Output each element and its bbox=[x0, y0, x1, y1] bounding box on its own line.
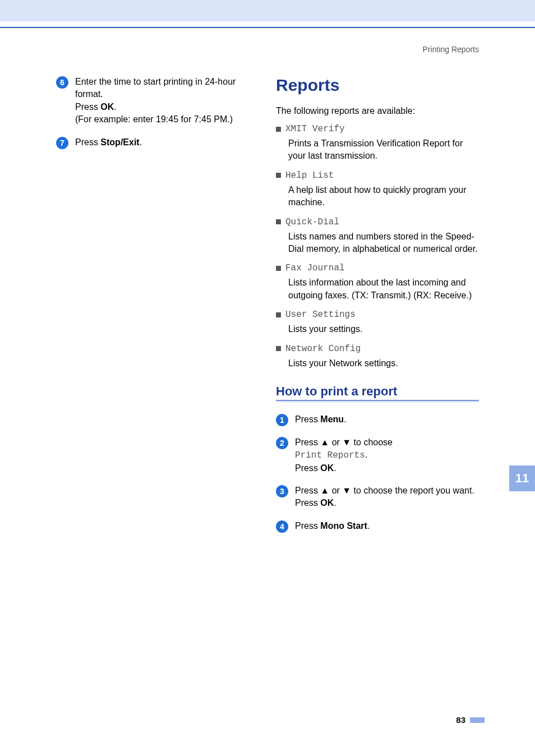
left-column: 6 Enter the time to start printing in 24… bbox=[56, 76, 259, 543]
page-accent bbox=[470, 717, 485, 723]
sub-rule bbox=[276, 400, 479, 402]
step-badge-7: 7 bbox=[56, 137, 68, 149]
step-badge-2: 2 bbox=[276, 437, 288, 449]
report-desc-2: Lists names and numbers stored in the Sp… bbox=[276, 231, 479, 256]
report-item: Help List A help list about how to quick… bbox=[276, 170, 479, 209]
howto-step-3: 3 Press ▲ or ▼ to choose the report you … bbox=[276, 485, 479, 510]
s1-post: . bbox=[344, 414, 346, 424]
report-item: Quick-Dial Lists names and numbers store… bbox=[276, 217, 479, 256]
down-arrow-icon: ▼ bbox=[342, 486, 351, 495]
step-7-pre: Press bbox=[75, 137, 100, 147]
howto-step-1-text: Press Menu. bbox=[295, 413, 347, 426]
up-arrow-icon: ▲ bbox=[320, 486, 329, 495]
s2-post: to choose bbox=[351, 437, 393, 447]
s4-bold: Mono Start bbox=[320, 521, 367, 531]
s4-pre: Press bbox=[295, 521, 320, 531]
reports-intro: The following reports are available: bbox=[276, 106, 479, 116]
howto-step-2-text: Press ▲ or ▼ to choose Print Reports. Pr… bbox=[295, 436, 393, 474]
step-7: 7 Press Stop/Exit. bbox=[56, 136, 259, 149]
bullet-icon bbox=[276, 219, 281, 224]
bullet-icon bbox=[276, 127, 281, 132]
s3-l3-pre: Press bbox=[295, 498, 320, 508]
reports-heading: Reports bbox=[276, 76, 479, 95]
report-desc-1: A help list about how to quickly program… bbox=[276, 184, 479, 209]
right-column: Reports The following reports are availa… bbox=[276, 76, 479, 543]
step-6-line2-post: . bbox=[114, 102, 116, 112]
howto-step-1: 1 Press Menu. bbox=[276, 413, 479, 426]
s3-l3-post: . bbox=[334, 498, 336, 508]
report-desc-3: Lists information about the last incomin… bbox=[276, 276, 479, 302]
howto-step-2: 2 Press ▲ or ▼ to choose Print Reports. … bbox=[276, 436, 479, 474]
s3-between: or bbox=[329, 486, 342, 495]
s2-l3-post: . bbox=[334, 463, 336, 473]
report-item: Fax Journal Lists information about the … bbox=[276, 263, 479, 302]
page-number: 83 bbox=[456, 715, 465, 725]
step-badge-1: 1 bbox=[276, 414, 288, 426]
report-desc-0: Prints a Transmission Verification Repor… bbox=[276, 137, 479, 163]
bullet-icon bbox=[276, 266, 281, 271]
s2-mono-post: . bbox=[365, 450, 367, 459]
s2-mono: Print Reports bbox=[295, 450, 365, 460]
s1-bold: Menu bbox=[320, 414, 344, 424]
down-arrow-icon: ▼ bbox=[342, 437, 351, 447]
step-badge-6: 6 bbox=[56, 76, 68, 89]
report-label-1: Help List bbox=[285, 170, 334, 181]
bullet-icon bbox=[276, 346, 281, 351]
howto-step-4-text: Press Mono Start. bbox=[295, 520, 370, 532]
step-7-post: . bbox=[140, 137, 142, 147]
report-item: Network Config Lists your Network settin… bbox=[276, 344, 479, 370]
s2-between: or bbox=[329, 437, 342, 447]
step-6-line1: Enter the time to start printing in 24-h… bbox=[75, 76, 259, 101]
s3-pre: Press bbox=[295, 486, 320, 495]
content-area: 6 Enter the time to start printing in 24… bbox=[56, 76, 479, 543]
chapter-tab: 11 bbox=[509, 465, 535, 491]
bullet-icon bbox=[276, 173, 281, 178]
step-7-text: Press Stop/Exit. bbox=[75, 136, 142, 149]
report-label-3: Fax Journal bbox=[285, 263, 345, 273]
header-topic: Printing Reports bbox=[423, 45, 479, 54]
bullet-icon bbox=[276, 312, 281, 317]
report-desc-4: Lists your settings. bbox=[276, 323, 479, 335]
report-label-4: User Settings bbox=[285, 310, 356, 320]
step-badge-3: 3 bbox=[276, 485, 288, 497]
s2-l3-pre: Press bbox=[295, 463, 320, 473]
step-6-line2-pre: Press bbox=[75, 102, 100, 112]
report-item: XMIT Verify Prints a Transmission Verifi… bbox=[276, 124, 479, 163]
step-7-bold: Stop/Exit bbox=[100, 137, 139, 147]
step-6-text: Enter the time to start printing in 24-h… bbox=[75, 76, 259, 126]
top-band bbox=[0, 0, 535, 21]
top-rule bbox=[0, 27, 535, 28]
s2-l3-bold: OK bbox=[320, 463, 334, 473]
report-label-5: Network Config bbox=[285, 344, 361, 354]
s3-l3-bold: OK bbox=[320, 498, 334, 508]
report-desc-5: Lists your Network settings. bbox=[276, 357, 479, 370]
footer: 83 bbox=[456, 715, 485, 725]
s1-pre: Press bbox=[295, 414, 320, 424]
s4-post: . bbox=[367, 521, 370, 531]
step-6: 6 Enter the time to start printing in 24… bbox=[56, 76, 259, 126]
howto-heading: How to print a report bbox=[276, 384, 479, 399]
howto-step-3-text: Press ▲ or ▼ to choose the report you wa… bbox=[295, 485, 474, 510]
report-label-2: Quick-Dial bbox=[285, 217, 339, 227]
report-label-0: XMIT Verify bbox=[285, 124, 345, 134]
s2-pre: Press bbox=[295, 437, 320, 447]
step-6-line2-bold: OK bbox=[100, 102, 114, 112]
report-item: User Settings Lists your settings. bbox=[276, 310, 479, 335]
s3-post: to choose the report you want. bbox=[351, 486, 474, 495]
howto-step-4: 4 Press Mono Start. bbox=[276, 520, 479, 533]
step-6-line3: (For example: enter 19:45 for 7:45 PM.) bbox=[75, 113, 259, 126]
step-badge-4: 4 bbox=[276, 520, 288, 533]
up-arrow-icon: ▲ bbox=[320, 437, 329, 447]
